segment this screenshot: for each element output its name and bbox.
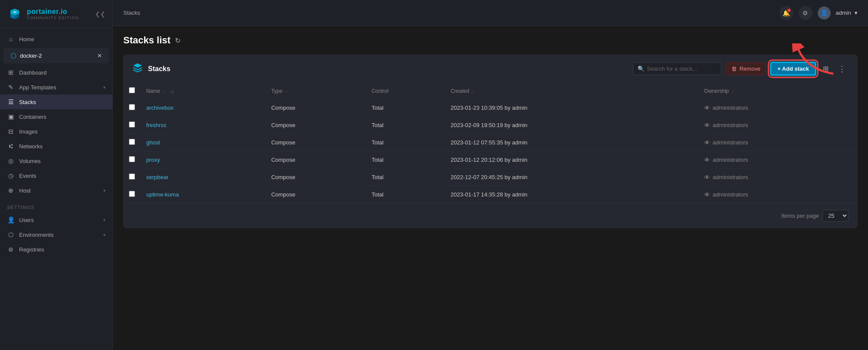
sidebar-users-label: Users xyxy=(19,217,99,223)
row-control-cell: Total xyxy=(366,169,445,186)
environments-chevron-icon: ▾ xyxy=(103,232,105,237)
row-checkbox[interactable] xyxy=(129,139,135,145)
sidebar: portainer.io COMMUNITY EDITION ❮❮ ⌂ Home… xyxy=(0,0,113,350)
sidebar-item-dashboard[interactable]: ⊞ Dashboard xyxy=(0,65,112,80)
add-stack-button[interactable]: + Add stack xyxy=(770,62,816,75)
sidebar-item-environments[interactable]: ⬡ Environments ▾ xyxy=(0,227,112,242)
stack-link[interactable]: serpbear xyxy=(146,174,168,180)
collapse-sidebar-button[interactable]: ❮❮ xyxy=(95,10,105,17)
stacks-table-wrap: Name ↕ ⊿ Type ↕ Control Created ↕ xyxy=(124,83,857,203)
sidebar-item-users[interactable]: 👤 Users ▾ xyxy=(0,213,112,227)
settings-button[interactable]: ⚙ xyxy=(799,6,812,20)
sidebar-item-volumes[interactable]: ◎ Volumes xyxy=(0,154,112,168)
remove-button[interactable]: 🗑 Remove xyxy=(726,62,766,75)
add-stack-label: + Add stack xyxy=(777,65,809,72)
networks-icon: ⑆ xyxy=(7,143,15,150)
table-row: ghost Compose Total 2023-01-12 07:55:35 … xyxy=(124,134,857,151)
row-checkbox[interactable] xyxy=(129,173,135,180)
layout-icon: ⊞ xyxy=(823,65,829,72)
registries-icon: ⊚ xyxy=(7,246,15,253)
ownership-value: administrators xyxy=(713,139,748,146)
layers-icon xyxy=(132,62,143,73)
stack-link[interactable]: freshrss xyxy=(146,122,166,128)
sidebar-item-stacks[interactable]: ☰ Stacks xyxy=(0,95,112,109)
sidebar-home-label: Home xyxy=(19,36,105,43)
host-chevron-icon: ▾ xyxy=(103,188,105,193)
name-column-header: Name ↕ ⊿ xyxy=(141,83,266,99)
row-name-cell: serpbear xyxy=(141,169,266,186)
sidebar-stacks-label: Stacks xyxy=(19,99,105,105)
events-icon: ◷ xyxy=(7,172,15,179)
row-ownership-cell: 👁 administrators xyxy=(699,134,857,151)
stack-link[interactable]: archivebox xyxy=(146,105,174,111)
stack-link[interactable]: ghost xyxy=(146,139,160,146)
row-created-cell: 2022-12-07 20:45:25 by admin xyxy=(445,169,699,186)
sidebar-item-app-templates[interactable]: ✎ App Templates ▾ xyxy=(0,80,112,95)
ownership-icon: 👁 xyxy=(704,191,710,198)
stack-link[interactable]: uptime-kuma xyxy=(146,191,179,198)
table-head: Name ↕ ⊿ Type ↕ Control Created ↕ xyxy=(124,83,857,99)
refresh-button[interactable]: ↻ xyxy=(175,36,181,45)
row-checkbox[interactable] xyxy=(129,191,135,197)
search-input[interactable] xyxy=(647,65,717,72)
sidebar-item-host[interactable]: ⊕ Host ▾ xyxy=(0,183,112,198)
row-checkbox[interactable] xyxy=(129,104,135,110)
card-title-area: Stacks xyxy=(132,62,171,75)
row-checkbox[interactable] xyxy=(129,156,135,162)
items-per-page-label: Items per page xyxy=(781,213,819,219)
portainer-logo-icon xyxy=(7,6,23,22)
row-checkbox-cell xyxy=(124,186,141,203)
control-column-header: Control xyxy=(366,83,445,99)
search-box: 🔍 xyxy=(633,62,721,75)
name-sort-icon[interactable]: ↕ xyxy=(163,89,165,94)
sidebar-containers-label: Containers xyxy=(19,114,105,120)
page-header: Stacks list ↻ xyxy=(123,35,858,46)
table-row: archivebox Compose Total 2023-01-23 10:3… xyxy=(124,99,857,117)
ownership-sort-icon[interactable]: ↕ xyxy=(732,89,734,94)
app-templates-icon: ✎ xyxy=(7,84,15,91)
pagination-bar: Items per page 25 50 100 xyxy=(124,203,857,228)
sidebar-item-networks[interactable]: ⑆ Networks xyxy=(0,139,112,154)
sidebar-env-item[interactable]: ⬡ docker-2 ✕ xyxy=(3,48,109,63)
per-page-select[interactable]: 25 50 100 xyxy=(822,210,848,222)
logo-sub-text: COMMUNITY EDITION xyxy=(27,16,79,20)
more-options-button[interactable]: ⋮ xyxy=(835,62,848,75)
stack-link[interactable]: proxy xyxy=(146,157,160,163)
ownership-icon: 👁 xyxy=(704,105,710,111)
notifications-button[interactable]: 🔔 xyxy=(779,6,793,20)
stacks-table: Name ↕ ⊿ Type ↕ Control Created ↕ xyxy=(124,83,857,203)
sidebar-logo: portainer.io COMMUNITY EDITION ❮❮ xyxy=(0,0,112,28)
select-all-checkbox[interactable] xyxy=(129,87,135,93)
layout-toggle-button[interactable]: ⊞ xyxy=(820,63,831,75)
sidebar-item-containers[interactable]: ▣ Containers xyxy=(0,109,112,124)
type-sort-icon[interactable]: ↕ xyxy=(286,89,288,94)
user-menu-button[interactable]: admin ▾ xyxy=(836,10,858,16)
row-type-cell: Compose xyxy=(266,186,366,203)
ownership-column-header: Ownership ↕ xyxy=(699,83,857,99)
sidebar-item-home[interactable]: ⌂ Home xyxy=(0,32,112,46)
row-created-cell: 2023-01-23 10:39:05 by admin xyxy=(445,99,699,117)
created-sort-icon[interactable]: ↕ xyxy=(472,89,474,94)
env-close-button[interactable]: ✕ xyxy=(97,52,102,59)
row-checkbox[interactable] xyxy=(129,121,135,128)
row-control-cell: Total xyxy=(366,151,445,169)
row-checkbox-cell xyxy=(124,151,141,169)
remove-label: Remove xyxy=(740,65,760,72)
ownership-value: administrators xyxy=(713,122,748,128)
filter-icon[interactable]: ⊿ xyxy=(170,88,174,94)
sidebar-nav: ⌂ Home ⬡ docker-2 ✕ ⊞ Dashboard ✎ App Te… xyxy=(0,28,112,350)
sidebar-item-registries[interactable]: ⊚ Registries xyxy=(0,242,112,257)
app-templates-chevron-icon: ▾ xyxy=(103,85,105,90)
ownership-icon: 👁 xyxy=(704,139,710,146)
select-all-header xyxy=(124,83,141,99)
sidebar-item-images[interactable]: ⊟ Images xyxy=(0,124,112,139)
row-name-cell: ghost xyxy=(141,134,266,151)
containers-icon: ▣ xyxy=(7,113,15,120)
row-name-cell: freshrss xyxy=(141,117,266,134)
logo-area: portainer.io COMMUNITY EDITION xyxy=(7,6,79,22)
sidebar-item-events[interactable]: ◷ Events xyxy=(0,168,112,183)
row-checkbox-cell xyxy=(124,134,141,151)
host-icon: ⊕ xyxy=(7,187,15,194)
ownership-icon: 👁 xyxy=(704,157,710,164)
row-control-cell: Total xyxy=(366,186,445,203)
